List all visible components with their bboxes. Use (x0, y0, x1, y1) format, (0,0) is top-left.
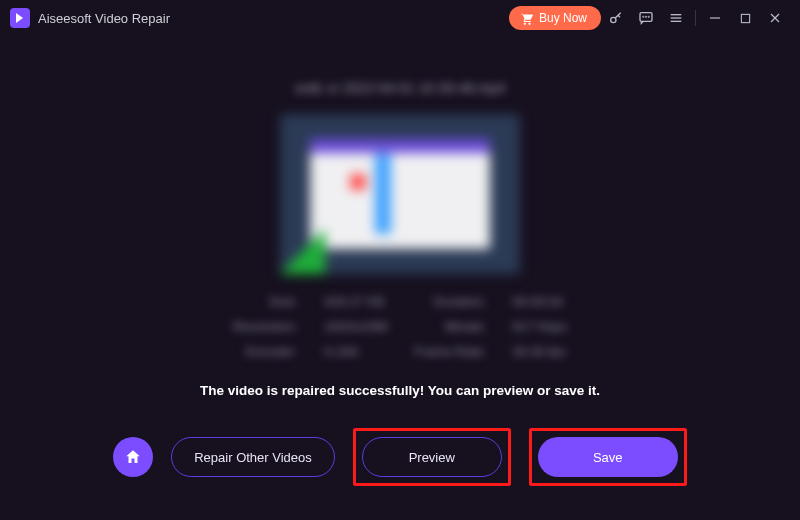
meta-duration-label: Duration: (414, 294, 486, 309)
app-logo-icon (10, 8, 30, 28)
svg-point-3 (646, 16, 647, 17)
meta-encoder-label: Encoder: (233, 344, 298, 359)
close-button[interactable] (760, 0, 790, 36)
save-button[interactable]: Save (538, 437, 678, 477)
meta-resolution-value: 1920x1080 (324, 319, 388, 334)
repair-other-videos-label: Repair Other Videos (194, 450, 312, 465)
metadata-grid: Size: 429.27 KB Duration: 00:00:04 Resol… (233, 294, 568, 359)
video-thumbnail (280, 114, 520, 274)
meta-size-label: Size: (233, 294, 298, 309)
meta-duration-value: 00:00:04 (512, 294, 567, 309)
meta-encoder-value: H.264 (324, 344, 388, 359)
preview-button[interactable]: Preview (362, 437, 502, 477)
minimize-button[interactable] (700, 0, 730, 36)
titlebar-separator (695, 10, 696, 26)
key-icon[interactable] (601, 0, 631, 36)
svg-point-2 (643, 16, 644, 17)
status-message: The video is repaired successfully! You … (200, 383, 600, 398)
file-name: xxdc vr 2022-04-01 10-33-48.mp4 (295, 80, 506, 96)
feedback-icon[interactable] (631, 0, 661, 36)
buy-now-label: Buy Now (539, 11, 587, 25)
meta-resolution-label: Resolution: (233, 319, 298, 334)
app-title: Aiseesoft Video Repair (38, 11, 170, 26)
home-icon (124, 448, 142, 466)
meta-size-value: 429.27 KB (324, 294, 388, 309)
menu-icon[interactable] (661, 0, 691, 36)
meta-framerate-label: Frame Rate: (414, 344, 486, 359)
preview-highlight: Preview (353, 428, 511, 486)
buy-now-button[interactable]: Buy Now (509, 6, 601, 30)
svg-point-4 (648, 16, 649, 17)
titlebar: Aiseesoft Video Repair Buy Now (0, 0, 800, 36)
save-highlight: Save (529, 428, 687, 486)
repair-other-videos-button[interactable]: Repair Other Videos (171, 437, 335, 477)
cart-icon (519, 11, 533, 25)
save-label: Save (593, 450, 623, 465)
main-panel: xxdc vr 2022-04-01 10-33-48.mp4 Size: 42… (0, 36, 800, 520)
svg-rect-9 (741, 14, 749, 22)
meta-bitrate-label: Bitrate: (414, 319, 486, 334)
meta-bitrate-value: 817 Kbps (512, 319, 567, 334)
preview-label: Preview (409, 450, 455, 465)
home-button[interactable] (113, 437, 153, 477)
maximize-button[interactable] (730, 0, 760, 36)
meta-framerate-value: 30.00 fps (512, 344, 567, 359)
action-row: Repair Other Videos Preview Save (0, 428, 800, 486)
